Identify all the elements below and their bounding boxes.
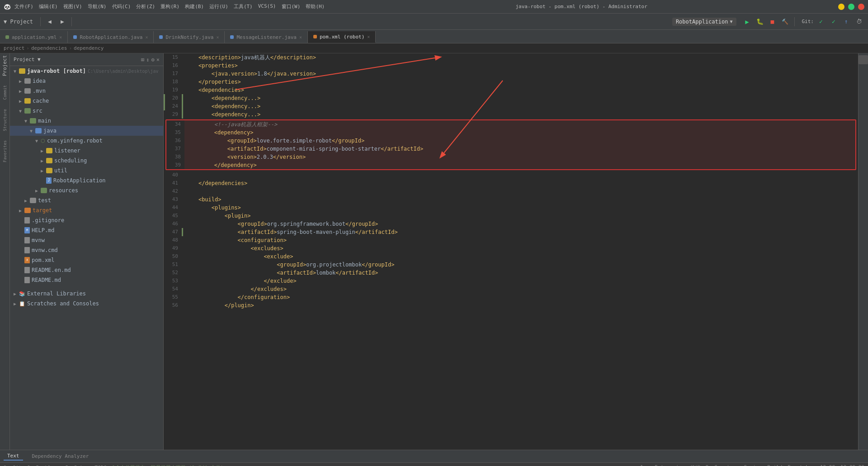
tree-main[interactable]: ▼ main — [10, 116, 163, 126]
panel-icon-1[interactable]: ⊞ — [141, 57, 144, 63]
tree-java[interactable]: ▼ java — [10, 126, 163, 136]
tree-readme[interactable]: ▶ README.md — [10, 275, 163, 285]
menu-file[interactable]: 文件(F) — [14, 3, 33, 10]
tree-util[interactable]: ▶ util — [10, 166, 163, 176]
tree-test[interactable]: ▶ test — [10, 195, 163, 205]
git-commit-button[interactable]: ✓ — [816, 16, 826, 27]
tab-drink-notify[interactable]: DrinkNotify.java × — [154, 31, 225, 43]
tab-dependency-analyzer[interactable]: Dependency Analyzer — [28, 452, 93, 460]
panel-title: Project ▼ — [14, 57, 41, 62]
tab-text[interactable]: Text — [4, 452, 23, 461]
structure-sidebar-icon[interactable]: Structure — [3, 109, 7, 131]
tree-item-label: mvnw.cmd — [32, 247, 58, 253]
tree-readme-en[interactable]: ▶ README.en.md — [10, 265, 163, 275]
tree-scratches[interactable]: ▶ 📋 Scratches and Consoles — [10, 299, 163, 309]
tree-item-label: .gitignore — [32, 217, 64, 223]
debug-button[interactable]: 🐛 — [755, 16, 765, 27]
close-tab-icon[interactable]: × — [367, 34, 370, 39]
menu-tools[interactable]: 工具(T) — [234, 3, 253, 10]
spring-tool[interactable]: Spring — [744, 464, 762, 466]
project-dropdown[interactable]: ▼ Project — [4, 19, 33, 25]
run-button[interactable]: ▶ — [742, 16, 753, 27]
terminal-tool[interactable]: 终端 — [690, 464, 700, 466]
tree-mvn[interactable]: ▶ .mvn — [10, 86, 163, 96]
event-log[interactable]: Event Log — [788, 464, 815, 466]
tree-external-libraries[interactable]: ▶ 📚 External Libraries — [10, 289, 163, 299]
tree-cache[interactable]: ▶ cache — [10, 96, 163, 106]
menu-window[interactable]: 窗口(W) — [282, 3, 301, 10]
menu-vcs[interactable]: VCS(S) — [258, 3, 276, 10]
tab-message-listener[interactable]: MessageListener.java × — [225, 31, 307, 43]
tree-item-label: pom.xml — [32, 257, 55, 263]
right-scrollbar-panel — [858, 53, 868, 450]
tree-idea[interactable]: ▶ idea — [10, 76, 163, 86]
menu-code[interactable]: 代码(C) — [112, 3, 131, 10]
git-push-button[interactable]: ✓ — [828, 16, 839, 27]
menu-edit[interactable]: 编辑(E) — [39, 3, 58, 10]
close-tab-icon[interactable]: × — [145, 35, 148, 40]
panel-close-icon[interactable]: × — [156, 57, 160, 63]
resources-folder-icon — [41, 188, 47, 193]
tree-item-label: .mvn — [33, 88, 46, 94]
toolbar: ▼ Project ◀ ▶ RobotApplication ▼ ▶ 🐛 ■ 🔨… — [0, 14, 868, 30]
menu-refactor[interactable]: 重构(R) — [160, 3, 179, 10]
git-history-button[interactable]: ⏱ — [854, 16, 864, 27]
close-tab-icon[interactable]: × — [216, 35, 219, 40]
tree-robot-application[interactable]: ▶ J RobotApplication — [10, 176, 163, 185]
tree-help-md[interactable]: ▶ M HELP.md — [10, 225, 163, 235]
scrollbar-thumb[interactable] — [859, 55, 868, 64]
tree-target[interactable]: ▶ target — [10, 205, 163, 215]
git-update-button[interactable]: ↑ — [841, 16, 852, 27]
maximize-button[interactable] — [848, 4, 854, 10]
menu-build[interactable]: 构建(B) — [185, 3, 204, 10]
line-number: 47 — [164, 228, 182, 236]
run-config-dropdown-icon[interactable]: ▼ — [730, 19, 732, 24]
navigate-back-button[interactable]: ◀ — [44, 16, 55, 27]
breadcrumb-item-dependency[interactable]: dependency — [74, 45, 104, 51]
tree-gitignore[interactable]: ▶ .gitignore — [10, 215, 163, 225]
commit-sidebar-icon[interactable]: Commit — [3, 85, 7, 100]
breadcrumb-item-project[interactable]: project — [4, 45, 24, 51]
tree-scheduling[interactable]: ▶ scheduling — [10, 156, 163, 166]
tab-pom-xml[interactable]: pom.xml (robot) × — [308, 31, 376, 43]
line-number: 19 — [164, 86, 182, 94]
tree-mvnw[interactable]: ▶ mvnw — [10, 235, 163, 245]
navigate-forward-button[interactable]: ▶ — [57, 16, 68, 27]
tree-mvnw-cmd[interactable]: ▶ mvnw.cmd — [10, 245, 163, 255]
line-number: 43 — [164, 195, 182, 204]
line-content: <plugin> — [182, 212, 858, 220]
favorites-sidebar-icon[interactable]: Favorites — [3, 140, 7, 162]
tree-root[interactable]: ▼ java-robot [robot] C:\Users\admin\Desk… — [10, 66, 163, 76]
menu-run[interactable]: 运行(U) — [209, 3, 228, 10]
build-button[interactable]: 🔨 — [780, 16, 791, 27]
panel-settings-icon[interactable]: ⚙ — [151, 57, 155, 63]
change-indicator — [182, 102, 183, 110]
project-sidebar-icon[interactable]: Project — [2, 55, 8, 76]
tab-robot-application[interactable]: RobotApplication.java × — [68, 31, 154, 43]
menu-help[interactable]: 帮助(H) — [306, 3, 325, 10]
tab-application-yml[interactable]: application.yml × — [0, 31, 68, 43]
close-tab-icon[interactable]: × — [299, 35, 302, 40]
menu-view[interactable]: 视图(V) — [63, 3, 82, 10]
folder-icon — [46, 158, 52, 163]
minimize-button[interactable] — [838, 4, 844, 10]
tree-listener[interactable]: ▶ listener — [10, 146, 163, 156]
code-editor[interactable]: 15 <description>java机器人</description> 16… — [164, 53, 858, 450]
close-button[interactable] — [858, 4, 864, 10]
build-tool[interactable]: Build — [767, 464, 782, 466]
tree-pom-xml[interactable]: ▶ X pom.xml — [10, 255, 163, 265]
stop-button[interactable]: ■ — [767, 16, 778, 27]
java-enterprise-tool[interactable]: Java Enterprise — [640, 464, 684, 466]
panel-icon-2[interactable]: ↕ — [146, 57, 149, 63]
tree-package[interactable]: ▼ ⬡ com.yinfeng.robot — [10, 136, 163, 146]
menu-navigate[interactable]: 导航(N) — [88, 3, 107, 10]
tree-src[interactable]: ▼ src — [10, 106, 163, 116]
close-tab-icon[interactable]: × — [59, 35, 62, 40]
code-line-42: 42 — [164, 187, 858, 195]
tree-resources[interactable]: ▶ resources — [10, 185, 163, 195]
menu-analyze[interactable]: 分析(Z) — [136, 3, 155, 10]
line-content: <dependency...> — [182, 94, 858, 102]
expand-arrow: ▶ — [24, 198, 30, 203]
services-tool[interactable]: 8: Services — [706, 464, 739, 466]
breadcrumb-item-dependencies[interactable]: dependencies — [31, 45, 67, 51]
